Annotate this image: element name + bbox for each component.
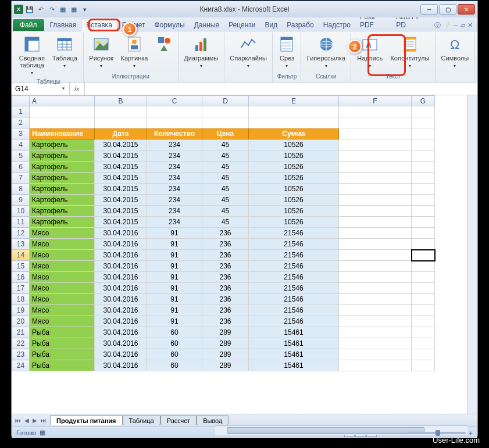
cell-B18[interactable]: 30.04.2016 [95,294,147,305]
row-header-21[interactable]: 21 [12,327,30,338]
cell-A21[interactable]: Рыба [30,327,95,338]
cell-D1[interactable] [202,106,249,117]
sheet-nav-next-icon[interactable]: ▶ [31,417,38,424]
cell-F3[interactable] [339,128,412,139]
cell-G19[interactable] [412,305,435,316]
ribbon-tab-3[interactable]: Формулы [149,19,189,31]
cell-D20[interactable]: 236 [202,316,249,327]
cell-G4[interactable] [412,139,435,150]
zoom-in-icon[interactable]: + [469,429,473,436]
cell-B4[interactable]: 30.04.2015 [95,139,147,150]
cell-D6[interactable]: 45 [202,162,249,173]
name-box[interactable]: G14 ▼ [12,83,70,95]
table-header-E[interactable]: Сумма [249,128,339,139]
sheet-tab-2[interactable]: Вывод [197,415,229,425]
maximize-button[interactable]: ▢ [439,4,456,15]
select-all[interactable] [12,96,30,106]
cell-F21[interactable] [339,327,412,338]
cell-E10[interactable]: 10526 [249,206,339,217]
row-header-11[interactable]: 11 [12,217,30,228]
cell-E2[interactable] [249,117,339,128]
cell-A14[interactable]: Мясо [30,250,95,261]
cell-A8[interactable]: Картофель [30,184,95,195]
col-header-F[interactable]: F [339,96,412,106]
cell-F6[interactable] [339,162,412,173]
cell-G23[interactable] [412,349,435,360]
cell-D10[interactable]: 45 [202,206,249,217]
col-header-A[interactable]: A [30,96,95,106]
cell-E22[interactable]: 15461 [249,338,339,349]
row-header-15[interactable]: 15 [12,261,30,272]
sheet-tab-active[interactable]: Продукты питания [50,415,123,425]
ribbon-btn-chart[interactable]: Диаграммы ▾ [181,34,222,70]
cell-B19[interactable]: 30.04.2016 [95,305,147,316]
ribbon-btn-table[interactable]: Таблица ▾ [49,34,81,70]
cell-E7[interactable]: 10526 [249,173,339,184]
cell-E1[interactable] [249,106,339,117]
ribbon-minimize-icon[interactable]: ⓥ [434,21,441,30]
cell-A6[interactable]: Картофель [30,162,95,173]
cell-F13[interactable] [339,239,412,250]
cell-A18[interactable]: Мясо [30,294,95,305]
vertical-scrollbar[interactable] [467,95,477,414]
cell-C5[interactable]: 234 [147,150,202,162]
cell-F2[interactable] [339,117,412,128]
cell-C18[interactable]: 91 [147,294,202,305]
cell-B12[interactable]: 30.04.2016 [95,228,147,239]
cell-F7[interactable] [339,173,412,184]
status-macro-icon[interactable]: ▦ [40,429,45,436]
row-header-6[interactable]: 6 [12,162,30,173]
cell-G7[interactable] [412,173,435,184]
cell-F19[interactable] [339,305,412,316]
ribbon-tab-0[interactable]: Главная [45,19,81,31]
cell-D2[interactable] [202,117,249,128]
ribbon-btn-headerfooter[interactable]: Колонтитулы ▾ [387,34,433,70]
cell-A5[interactable]: Картофель [30,150,95,162]
cell-D13[interactable]: 236 [202,239,249,250]
cell-E23[interactable]: 15461 [249,349,339,360]
cell-A17[interactable]: Мясо [30,283,95,294]
ribbon-btn-clipart[interactable]: Картинка ▾ [117,34,151,70]
table-header-B[interactable]: Дата [95,128,147,139]
cell-C6[interactable]: 234 [147,162,202,173]
cell-G18[interactable] [412,294,435,305]
cell-A4[interactable]: Картофель [30,139,95,150]
row-header-8[interactable]: 8 [12,184,30,195]
cell-G12[interactable] [412,228,435,239]
sheet-nav-last-icon[interactable]: ⏭ [40,417,48,424]
ribbon-tab-6[interactable]: Вид [260,19,282,31]
cell-C10[interactable]: 234 [147,206,202,217]
cell-B24[interactable]: 30.04.2016 [95,360,147,371]
sheet-tab-0[interactable]: Таблица [123,415,160,425]
cell-G15[interactable] [412,261,435,272]
cell-B5[interactable]: 30.04.2015 [95,150,147,162]
row-header-24[interactable]: 24 [12,360,30,371]
minimize-button[interactable]: ─ [420,4,438,15]
cell-B14[interactable]: 30.04.2016 [95,250,147,261]
cell-D24[interactable]: 289 [202,360,249,371]
cell-D15[interactable]: 236 [202,261,249,272]
cell-G3[interactable] [412,128,435,139]
cell-C21[interactable]: 60 [147,327,202,338]
sheet-nav-prev-icon[interactable]: ◀ [23,417,30,424]
ribbon-btn-hyperlink[interactable]: Гиперссылка ▾ [304,34,348,70]
ribbon-tab-8[interactable]: Надстро [319,19,355,31]
cell-D19[interactable]: 236 [202,305,249,316]
row-header-1[interactable]: 1 [12,106,30,117]
row-header-3[interactable]: 3 [12,128,30,139]
cell-A19[interactable]: Мясо [30,305,95,316]
cell-F14[interactable] [339,250,412,261]
cell-C4[interactable]: 234 [147,139,202,150]
cell-C1[interactable] [147,106,202,117]
table-header-A[interactable]: Наименование [30,128,95,139]
cell-E9[interactable]: 10526 [249,195,339,206]
file-tab[interactable]: Файл [13,19,44,31]
name-box-dropdown-icon[interactable]: ▼ [61,86,66,91]
cell-C12[interactable]: 91 [147,228,202,239]
col-header-G[interactable]: G [412,96,435,106]
cell-E16[interactable]: 21546 [249,272,339,283]
cell-A13[interactable]: Мясо [30,239,95,250]
row-header-22[interactable]: 22 [12,338,30,349]
cell-C17[interactable]: 91 [147,283,202,294]
cell-G14[interactable] [412,250,435,261]
